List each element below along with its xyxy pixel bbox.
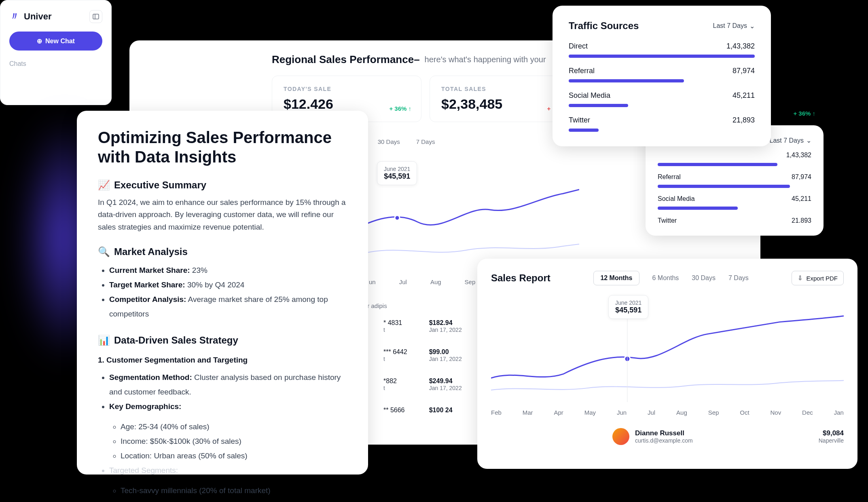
list-item: Location: Urban areas (50% of sales) — [121, 449, 347, 463]
chart-emoji-icon: 📈 — [98, 179, 110, 191]
user-city: Naperville — [819, 437, 844, 444]
tooltip-value: $45,591 — [615, 306, 641, 314]
month-label: Jan — [834, 409, 844, 416]
traffic-row: Social Media 45,211 — [658, 195, 811, 202]
chart-tooltip: June 2021 $45,591 — [608, 295, 648, 319]
sidebar-toggle-icon[interactable] — [89, 10, 102, 23]
tab-30days[interactable]: 30 Days — [692, 274, 716, 282]
table-row: ** 5666 $100 24 — [373, 399, 472, 421]
traffic-name: Social Media — [569, 91, 610, 100]
tooltip-value: $45,591 — [384, 172, 410, 181]
month-label: May — [584, 409, 596, 416]
month-label: Nov — [771, 409, 781, 416]
month-label: Apr — [554, 409, 563, 416]
brand-name: Univer — [24, 11, 51, 22]
exec-summary-body: In Q1 2024, we aim to enhance our sales … — [98, 196, 347, 233]
traffic-title: Traffic Sources — [569, 20, 639, 32]
traffic-value: 21,893 — [733, 116, 755, 124]
new-chat-label: New Chat — [45, 38, 75, 45]
document-card: Optimizing Sales Performance with Data I… — [77, 111, 368, 475]
table-row: *** 6442t $99.00Jan 17, 2022 — [373, 341, 472, 369]
traffic-name: Referral — [569, 67, 595, 75]
tab-12months[interactable]: 12 Months — [593, 271, 639, 285]
traffic-row: 1,43,382 — [658, 152, 811, 159]
range-selector[interactable]: Last 7 Days ⌄ — [770, 137, 811, 144]
traffic-value: 1,43,382 — [786, 152, 811, 159]
traffic-value: 87,974 — [733, 67, 755, 75]
sales-report-title: Sales Report — [491, 272, 550, 284]
tab-6months[interactable]: 6 Months — [652, 274, 679, 282]
tab-7days[interactable]: 7 Days — [728, 274, 749, 282]
traffic-bar — [569, 104, 628, 107]
traffic-row: Twitter 21.893 — [658, 217, 811, 224]
month-label: Jul — [648, 409, 655, 416]
heading-executive-summary: 📈Executive Summary — [98, 179, 347, 191]
user-row[interactable]: Dianne Russell curtis.d@example.com $9,0… — [612, 428, 844, 445]
traffic-bar — [569, 55, 755, 58]
traffic-bar — [569, 79, 684, 82]
list-item: Key Demographics: — [109, 399, 347, 414]
month-label: Jul — [399, 278, 407, 285]
user-name: Dianne Russell — [635, 429, 693, 437]
sales-report-card: Sales Report 12 Months 6 Months 30 Days … — [477, 259, 857, 469]
month-label: un — [369, 278, 376, 285]
month-label: Aug — [676, 409, 687, 416]
month-label: Jun — [617, 409, 627, 416]
traffic-value: 21.893 — [792, 217, 811, 224]
heading-market-analysis: 🔍Market Analysis — [98, 246, 347, 257]
svg-rect-1 — [93, 14, 99, 19]
magnifier-emoji-icon: 🔍 — [98, 246, 110, 257]
list-item: Age: 25-34 (40% of sales) — [121, 420, 347, 434]
table-row: * 4831t $182.94Jan 17, 2022 — [373, 312, 472, 340]
chevron-down-icon: ⌄ — [806, 137, 811, 144]
dashboard-title: Regional Sales Performance– — [272, 53, 420, 66]
traffic-value: 45,211 — [792, 195, 811, 202]
table-row: *882t $249.94Jan 17, 2022 — [373, 370, 472, 399]
line-chart-icon — [491, 297, 844, 403]
month-label: Oct — [740, 409, 749, 416]
heading-strategy: 📊Data-Driven Sales Strategy — [98, 335, 347, 346]
traffic-row: Twitter 21,893 — [569, 116, 755, 124]
transactions-fragment: * 4831t $182.94Jan 17, 2022 *** 6442t $9… — [372, 311, 473, 422]
traffic-row: Referral 87,974 — [569, 67, 755, 75]
traffic-bar — [658, 185, 790, 188]
traffic-sources-card: Traffic Sources Last 7 Days ⌄ Direct 1,4… — [553, 6, 771, 146]
month-label: Sep — [708, 409, 719, 416]
list-item: Tech-savvy millennials (20% of total mar… — [121, 483, 347, 498]
range-tab[interactable]: 30 Days — [378, 138, 400, 145]
export-pdf-button[interactable]: ⇩ Export PDF — [792, 271, 844, 285]
segmentation-list: Segmentation Method: Cluster analysis ba… — [98, 370, 347, 498]
traffic-bar — [658, 163, 777, 166]
list-item: Targeted Segments: Tech-savvy millennial… — [109, 463, 347, 498]
user-email: curtis.d@example.com — [635, 437, 693, 444]
traffic-row: Direct 1,43,382 — [569, 42, 755, 51]
traffic-name: Social Media — [658, 195, 695, 202]
list-item: Income: $50k-$100k (30% of sales) — [121, 434, 347, 449]
range-selector[interactable]: Last 7 Days ⌄ — [713, 22, 755, 30]
dashboard-subtitle: here's what's happening with your — [425, 55, 546, 64]
new-chat-button[interactable]: ⊕ New Chat — [9, 32, 102, 51]
stat-change-overflow: + 36% ↑ — [793, 110, 815, 117]
stat-change: + 36% ↑ — [389, 105, 411, 112]
list-item: Segmentation Method: Cluster analysis ba… — [109, 370, 347, 399]
traffic-row: Social Media 45,211 — [569, 91, 755, 100]
traffic-bar — [569, 129, 599, 132]
chats-section-label: Chats — [9, 60, 102, 67]
stat-label: TODAY'S SALE — [284, 86, 410, 92]
download-icon: ⇩ — [798, 274, 803, 282]
tooltip-date: June 2021 — [615, 300, 641, 306]
traffic-name: Twitter — [658, 217, 677, 224]
range-tab[interactable]: 7 Days — [416, 138, 435, 145]
stat-label: TOTAL SALES — [441, 86, 567, 92]
nested-list: Age: 25-34 (40% of sales)Income: $50k-$1… — [109, 420, 347, 463]
avatar — [612, 428, 629, 445]
logo-icon: 〃 — [9, 9, 20, 23]
univer-sidebar: 〃 Univer ⊕ New Chat Chats — [0, 0, 112, 105]
month-label: Aug — [430, 278, 441, 285]
subheading-segmentation: 1. Customer Segmentation and Targeting — [98, 356, 347, 365]
chart-tooltip: June 2021 $45,591 — [377, 161, 417, 185]
market-list: Current Market Share: 23%Target Market S… — [98, 263, 347, 321]
tooltip-date: June 2021 — [384, 166, 410, 172]
list-item: Target Market Share: 30% by Q4 2024 — [109, 278, 347, 292]
traffic-name: Direct — [569, 42, 588, 51]
